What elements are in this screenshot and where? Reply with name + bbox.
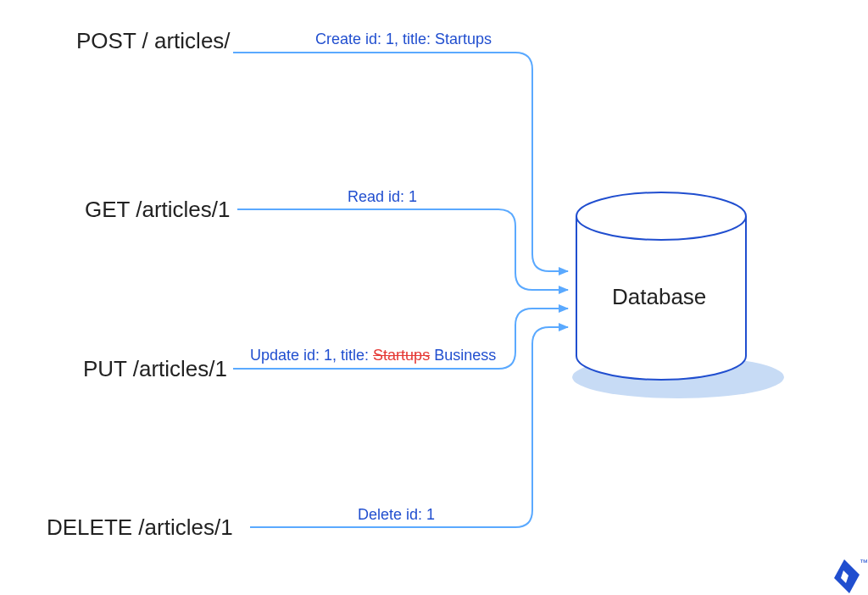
method-put-label: PUT /articles/1 [83,356,227,382]
action-delete-label: Delete id: 1 [358,506,435,524]
connector-post [233,53,568,271]
method-delete-label: DELETE /articles/1 [47,514,233,541]
trademark-symbol: ™ [860,558,868,567]
database-label: Database [612,284,706,310]
connector-get [237,209,568,290]
method-get-label: GET /articles/1 [85,197,230,223]
method-post-label: POST / articles/ [76,28,231,54]
action-put-suffix: Business [430,347,496,364]
toptal-logo [834,559,860,593]
action-get-label: Read id: 1 [348,188,417,206]
svg-point-0 [576,192,746,240]
action-put-prefix: Update id: 1, title: [250,347,373,364]
action-put-label: Update id: 1, title: Startups Business [250,347,496,364]
action-put-strike: Startups [373,347,430,364]
action-post-label: Create id: 1, title: Startups [315,31,492,48]
